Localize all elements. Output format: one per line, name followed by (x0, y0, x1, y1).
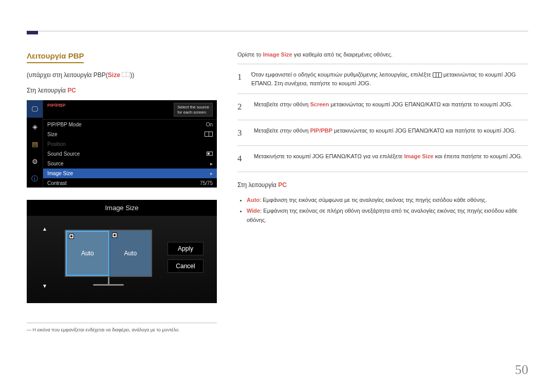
intro-accent: Image Size (263, 51, 292, 58)
osd-row-label: Image Size (47, 171, 73, 176)
step-accent: PIP/PBP (310, 127, 332, 134)
header-accent (27, 31, 38, 34)
osd-row-value (205, 132, 213, 138)
osd-row-label: Contrast (47, 180, 67, 186)
section-title: Λειτουργία PBP (27, 51, 84, 63)
chevron-up-icon[interactable]: ▲ (42, 226, 47, 232)
osd-row-value: ▸ (210, 161, 213, 166)
subtitle-close: )) (130, 71, 134, 79)
step-number: 3 (237, 126, 247, 140)
monitor-preview: Auto Auto (65, 230, 152, 286)
image-size-panel: Image Size ▲ ▼ Auto Auto (27, 200, 217, 303)
pbp-subtitle: (υπάρχει στη λειτουργία PBP(Size )) (27, 71, 217, 79)
osd-row-label: Sound Source (47, 151, 80, 157)
step-number: 2 (237, 100, 247, 114)
bullet-list: Auto: Εμφάνιση της εικόνας σύμφωνα με τι… (247, 196, 528, 225)
step-number: 4 (237, 152, 247, 165)
osd-row[interactable]: Image Size▸ (43, 169, 217, 178)
step: 3Μεταβείτε στην οθόνη PIP/PBP μετακινώντ… (237, 120, 528, 146)
subtitle-prefix: (υπάρχει στη λειτουργία PBP( (27, 71, 108, 79)
step-accent: Screen (310, 101, 329, 107)
dot-icon (112, 233, 117, 238)
osd-row-value (207, 151, 213, 157)
intro-suffix: για καθεμία από τις διαιρεμένες οθόνες. (292, 51, 393, 58)
step-text: Μεταβείτε στην οθόνη PIP/PBP μετακινώντα… (254, 126, 516, 140)
osd-row-value: On (206, 122, 213, 127)
pc-mode-prefix: Στη λειτουργία (237, 181, 278, 189)
screen-left[interactable]: Auto (66, 231, 109, 276)
step-text: Όταν εμφανιστεί ο οδηγός κουμπιών ρυθμιζ… (251, 70, 528, 87)
osd-row: Position (43, 139, 217, 149)
mode-prefix: Στη λειτουργία (27, 87, 67, 94)
bullet-accent: Auto (247, 197, 260, 203)
osd-tooltip: Select the source for each screen. (174, 103, 213, 117)
step: 4Μετακινήστε το κουμπί JOG ΕΠΑΝΩ/ΚΑΤΩ γι… (237, 145, 528, 172)
bullet-item: Wide: Εμφάνιση της εικόνας σε πλήρη οθόν… (247, 207, 528, 225)
image-size-title: Image Size (27, 200, 217, 216)
nav-arrows[interactable]: ▲ ▼ (40, 226, 49, 289)
footnote-divider (27, 323, 217, 323)
header-divider (27, 31, 528, 31)
osd-row[interactable]: PIP/PBP ModeOn (43, 120, 217, 129)
gear-icon[interactable]: ⚙ (27, 153, 43, 170)
monitor-stand (108, 277, 109, 284)
step: 1Όταν εμφανιστεί ο οδηγός κουμπιών ρυθμι… (237, 64, 528, 94)
footnote: ― Η εικόνα που εμφανίζεται ενδέχεται να … (27, 327, 217, 332)
mode-accent: PC (67, 87, 76, 94)
info-icon[interactable]: ⓘ (27, 170, 43, 188)
tooltip-line2: for each screen. (177, 110, 209, 115)
screen-left-label: Auto (81, 250, 94, 257)
split-icon-inline (120, 71, 130, 79)
osd-row-label: PIP/PBP Mode (47, 122, 82, 127)
steps-list: 1Όταν εμφανιστεί ο οδηγός κουμπιών ρυθμι… (237, 64, 528, 172)
step-number: 1 (237, 70, 244, 87)
bullet-accent: Wide (247, 208, 260, 214)
list-icon[interactable]: ▤ (27, 135, 43, 153)
screen-right-label: Auto (124, 250, 137, 257)
chevron-down-icon[interactable]: ▼ (42, 283, 47, 289)
dot-icon (69, 234, 74, 239)
monitor-base (93, 284, 124, 286)
step-text: Μετακινήστε το κουμπί JOG ΕΠΑΝΩ/ΚΑΤΩ για… (254, 152, 522, 165)
osd-icon-strip: 🖵 ◈ ▤ ⚙ ⓘ (27, 100, 43, 188)
page-number: 50 (515, 362, 528, 378)
osd-row-value: ▸ (210, 171, 213, 176)
osd-row[interactable]: Sound Source (43, 149, 217, 159)
pc-mode-heading: Στη λειτουργία PC (237, 181, 528, 189)
osd-row[interactable]: Size (43, 129, 217, 139)
osd-title: PIP/PBP (47, 103, 66, 117)
bullet-item: Auto: Εμφάνιση της εικόνας σύμφωνα με τι… (247, 196, 528, 205)
monitor-icon[interactable]: 🖵 (27, 100, 43, 118)
jog-icon (433, 72, 442, 78)
intro-text: Ορίστε το Image Size για καθεμία από τις… (237, 51, 528, 58)
step-accent: Image Size (404, 153, 433, 159)
tooltip-line1: Select the source (177, 105, 209, 110)
pip-icon[interactable]: ◈ (27, 118, 43, 135)
osd-row-value: 75/75 (200, 180, 213, 186)
osd-row-label: Position (47, 141, 66, 147)
mode-label: Στη λειτουργία PC (27, 87, 217, 94)
osd-row[interactable]: Source▸ (43, 159, 217, 169)
pc-mode-accent: PC (278, 181, 287, 189)
screen-right[interactable]: Auto (109, 231, 152, 276)
osd-row-label: Source (47, 161, 64, 166)
cancel-button[interactable]: Cancel (168, 259, 203, 273)
subtitle-accent: Size (108, 71, 120, 79)
step: 2Μεταβείτε στην οθόνη Screen μετακινώντα… (237, 94, 528, 120)
intro-prefix: Ορίστε το (237, 51, 263, 58)
osd-row[interactable]: Contrast75/75 (43, 178, 217, 188)
step-text: Μεταβείτε στην οθόνη Screen μετακινώντας… (254, 100, 512, 114)
osd-menu: 🖵 ◈ ▤ ⚙ ⓘ PIP/PBP Select the source for … (27, 100, 217, 188)
osd-row-label: Size (47, 132, 57, 137)
apply-button[interactable]: Apply (168, 242, 203, 255)
